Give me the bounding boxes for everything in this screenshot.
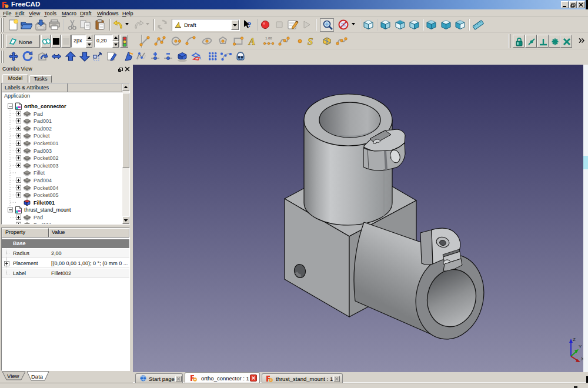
svg-text:Pocket002: Pocket002 xyxy=(34,155,59,161)
svg-text:?: ? xyxy=(248,20,252,29)
svg-text:Pocket: Pocket xyxy=(34,133,50,139)
svg-text:Pad003: Pad003 xyxy=(34,148,52,154)
svg-text:Pocket003: Pocket003 xyxy=(34,163,59,169)
svg-text:Pad: Pad xyxy=(34,111,43,117)
svg-text:1.00: 1.00 xyxy=(265,36,272,40)
svg-text:Pocket001: Pocket001 xyxy=(34,141,59,146)
svg-text:Fillet001: Fillet001 xyxy=(34,200,55,206)
svg-text:Fillet: Fillet xyxy=(34,170,45,176)
svg-text:Pad002: Pad002 xyxy=(34,126,52,132)
svg-text:Pad001: Pad001 xyxy=(34,118,52,124)
svg-text:Pocket005: Pocket005 xyxy=(34,192,59,198)
svg-text:ortho_connector: ortho_connector xyxy=(24,103,66,109)
svg-text:Pad004: Pad004 xyxy=(34,178,52,183)
svg-text:S: S xyxy=(308,36,313,47)
svg-text:Data: Data xyxy=(31,373,44,380)
svg-text:Pad: Pad xyxy=(34,215,43,220)
svg-text:thrust_stand_mount: thrust_stand_mount xyxy=(24,207,71,213)
svg-text:Pad001: Pad001 xyxy=(34,222,52,224)
svg-text:Y: Y xyxy=(579,344,582,349)
svg-text:Pocket004: Pocket004 xyxy=(34,185,59,191)
svg-text:Z: Z xyxy=(573,337,576,342)
svg-text:View: View xyxy=(7,373,19,379)
svg-text:A: A xyxy=(248,36,255,47)
